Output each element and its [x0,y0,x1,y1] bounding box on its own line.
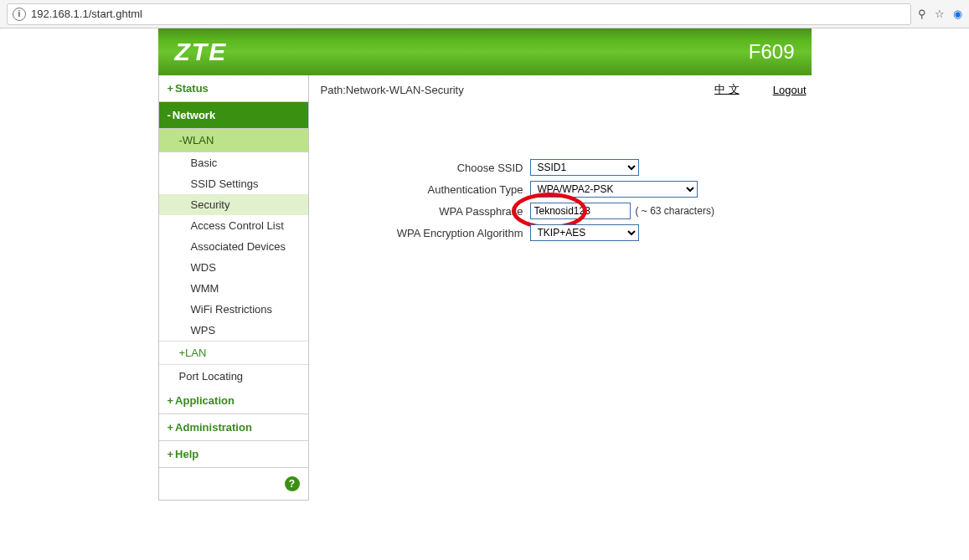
sidebar-item-wlan[interactable]: -WLAN [159,129,308,152]
wpa-enc-label: WPA Encryption Algorithm [321,227,530,239]
auth-type-label: Authentication Type [321,183,530,196]
sidebar: +Status -Network -WLAN Basic SSID Settin… [158,75,309,501]
info-icon: i [13,8,26,21]
sidebar-item-application[interactable]: +Application [159,388,308,414]
language-link[interactable]: 中 文 [714,82,740,97]
sidebar-item-ssid-settings[interactable]: SSID Settings [159,173,308,194]
sidebar-item-wmm[interactable]: WMM [159,278,308,299]
help-icon[interactable]: ? [285,476,300,491]
sidebar-label: Status [175,82,209,95]
sidebar-item-wds[interactable]: WDS [159,257,308,278]
sidebar-label: WLAN [183,134,214,146]
browser-address-bar: i 192.168.1.1/start.ghtml ⚲ ☆ ◉ [0,0,969,28]
wpa-pass-label: WPA Passphrase [321,205,530,218]
bookmark-star-icon[interactable]: ☆ [935,8,945,20]
path-value: Network-WLAN-Security [346,84,464,96]
sidebar-item-network[interactable]: -Network [159,102,308,129]
header-banner: ZTE F609 [158,28,812,75]
brand-logo: ZTE [175,38,228,66]
sidebar-item-status[interactable]: +Status [159,75,308,102]
key-icon[interactable]: ⚲ [918,8,926,20]
logout-link[interactable]: Logout [773,84,807,96]
model-label: F609 [749,40,795,64]
sync-icon[interactable]: ◉ [953,8,962,20]
sidebar-label: Application [175,394,235,407]
sidebar-item-acl[interactable]: Access Control List [159,215,308,236]
sidebar-item-basic[interactable]: Basic [159,152,308,173]
sidebar-label: Help [175,448,198,460]
sidebar-item-port-locating[interactable]: Port Locating [159,364,308,388]
choose-ssid-label: Choose SSID [321,162,530,174]
url-text: 192.168.1.1/start.ghtml [31,8,142,20]
security-form: Choose SSID SSID1 Authentication Type WP… [321,104,812,241]
path-label: Path: [321,84,346,96]
breadcrumb-bar: Path: Network-WLAN-Security 中 文 Logout [321,75,812,104]
sidebar-item-security[interactable]: Security [159,194,308,215]
wpa-pass-note: ( ~ 63 characters) [636,205,714,217]
sidebar-item-help[interactable]: +Help [159,441,308,468]
sidebar-item-administration[interactable]: +Administration [159,414,308,441]
choose-ssid-select[interactable]: SSID1 [530,159,639,176]
sidebar-item-associated[interactable]: Associated Devices [159,236,308,257]
wpa-pass-input[interactable] [530,203,631,219]
sidebar-label: Administration [175,421,252,434]
auth-type-select[interactable]: WPA/WPA2-PSK [530,181,698,198]
url-input[interactable]: i 192.168.1.1/start.ghtml [7,3,911,25]
sidebar-item-wps[interactable]: WPS [159,320,308,341]
sidebar-label: LAN [185,347,206,359]
sidebar-item-wifi-restrictions[interactable]: WiFi Restrictions [159,299,308,320]
sidebar-label: Network [173,109,215,121]
sidebar-item-lan[interactable]: +LAN [159,341,308,364]
wpa-enc-select[interactable]: TKIP+AES [530,224,639,241]
